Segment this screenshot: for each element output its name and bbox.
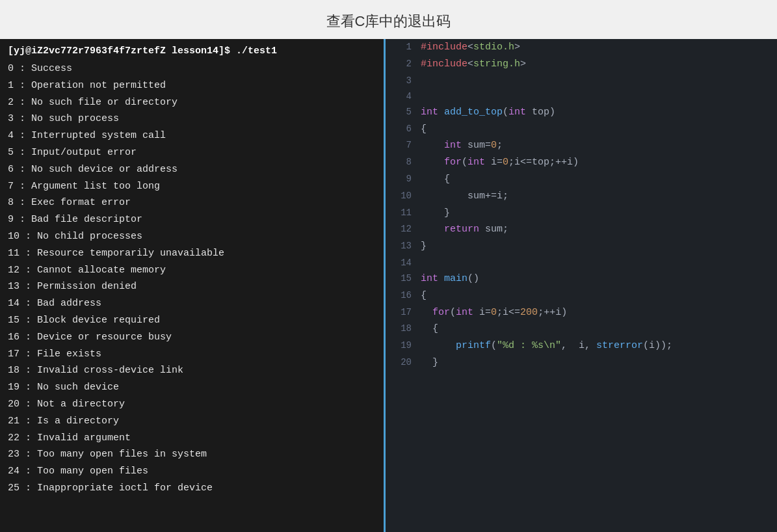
code-line: 6{: [386, 121, 777, 138]
terminal-line: 18 : Invalid cross-device link: [8, 362, 376, 379]
terminal-line: 4 : Interrupted system call: [8, 127, 376, 144]
line-number: 6: [391, 121, 412, 137]
line-number: 13: [391, 238, 412, 254]
line-number: 10: [391, 188, 412, 204]
line-number: 2: [391, 56, 412, 72]
code-content: }: [421, 205, 450, 222]
code-line: 13}: [386, 238, 777, 255]
code-line: 15int main(): [386, 271, 777, 287]
line-number: 8: [391, 154, 412, 170]
page-title: 查看C库中的退出码: [0, 0, 777, 39]
terminal-line: 19 : No such device: [8, 379, 376, 396]
line-number: 15: [391, 271, 412, 286]
terminal-line: 20 : Not a directory: [8, 396, 376, 413]
terminal-line: 22 : Invalid argument: [8, 430, 376, 447]
terminal-line: 17 : File exists: [8, 346, 376, 363]
terminal-line: 13 : Permission denied: [8, 278, 376, 295]
line-number: 9: [391, 171, 412, 187]
code-content: printf("%d : %s\n", i, strerror(i));: [421, 338, 672, 354]
terminal-line: 7 : Argument list too long: [8, 178, 376, 195]
code-line: 9 {: [386, 171, 777, 188]
code-content: for(int i=0;i<=200;++i): [421, 304, 567, 321]
terminal-line: 11 : Resource temporarily unavailable: [8, 245, 376, 262]
code-line: 7 int sum=0;: [386, 137, 777, 154]
code-line: 11 }: [386, 205, 777, 222]
code-content: {: [421, 121, 427, 138]
code-content: {: [421, 287, 427, 304]
line-number: 5: [391, 104, 412, 120]
line-number: 14: [391, 255, 412, 271]
line-number: 4: [391, 88, 412, 104]
code-content: return sum;: [421, 221, 508, 238]
terminal-output: 0 : Success1 : Operation not permitted2 …: [8, 60, 376, 497]
code-line: 18 {: [386, 321, 777, 338]
terminal-line: 14 : Bad address: [8, 295, 376, 312]
terminal-panel: [yj@iZ2vc772r7963f4f7zrtefZ lesson14]$ .…: [0, 39, 384, 532]
line-number: 3: [391, 73, 412, 88]
line-number: 17: [391, 304, 412, 320]
code-line: 16{: [386, 287, 777, 304]
code-content: int main(): [421, 271, 479, 287]
terminal-line: 24 : Too many open files: [8, 463, 376, 480]
code-line: 8 for(int i=0;i<=top;++i): [386, 154, 777, 171]
code-line: 1#include<stdio.h>: [386, 39, 777, 56]
terminal-line: 25 : Inappropriate ioctl for device: [8, 480, 376, 497]
terminal-line: 10 : No child processes: [8, 228, 376, 245]
terminal-line: 9 : Bad file descriptor: [8, 211, 376, 228]
code-line: 12 return sum;: [386, 221, 777, 238]
terminal-line: 21 : Is a directory: [8, 413, 376, 430]
terminal-line: 16 : Device or resource busy: [8, 329, 376, 346]
code-content: sum+=i;: [421, 188, 508, 205]
line-number: 1: [391, 39, 412, 55]
code-content: int add_to_top(int top): [421, 104, 555, 121]
line-number: 7: [391, 137, 412, 153]
code-content: }: [421, 238, 427, 255]
code-content: {: [421, 321, 438, 338]
terminal-line: 23 : Too many open files in system: [8, 446, 376, 463]
code-line: 20 }: [386, 354, 777, 371]
code-line: 5int add_to_top(int top): [386, 104, 777, 121]
line-number: 19: [391, 338, 412, 353]
code-line: 2#include<string.h>: [386, 56, 777, 73]
code-line: 19 printf("%d : %s\n", i, strerror(i));: [386, 338, 777, 354]
terminal-prompt: [yj@iZ2vc772r7963f4f7zrtefZ lesson14]$ .…: [8, 46, 376, 57]
code-content: {: [421, 171, 450, 188]
terminal-line: 15 : Block device required: [8, 312, 376, 329]
terminal-line: 6 : No such device or address: [8, 161, 376, 178]
code-line: 4: [386, 88, 777, 104]
line-number: 18: [391, 321, 412, 336]
code-line: 14: [386, 255, 777, 271]
terminal-line: 8 : Exec format error: [8, 194, 376, 211]
code-content: for(int i=0;i<=top;++i): [421, 154, 579, 171]
code-line: 17 for(int i=0;i<=200;++i): [386, 304, 777, 321]
terminal-line: 1 : Operation not permitted: [8, 77, 376, 94]
line-number: 16: [391, 287, 412, 303]
code-content: #include<string.h>: [421, 56, 526, 73]
code-line: 3: [386, 73, 777, 88]
terminal-line: 2 : No such file or directory: [8, 94, 376, 111]
terminal-line: 5 : Input/output error: [8, 144, 376, 161]
code-panel: 1#include<stdio.h>2#include<string.h>345…: [384, 39, 777, 532]
line-number: 12: [391, 221, 412, 237]
code-content: int sum=0;: [421, 137, 503, 154]
terminal-line: 0 : Success: [8, 60, 376, 77]
terminal-line: 12 : Cannot allocate memory: [8, 262, 376, 279]
code-content: }: [421, 354, 438, 371]
main-container: [yj@iZ2vc772r7963f4f7zrtefZ lesson14]$ .…: [0, 39, 777, 532]
terminal-line: 3 : No such process: [8, 111, 376, 127]
line-number: 20: [391, 354, 412, 370]
line-number: 11: [391, 205, 412, 220]
code-content: #include<stdio.h>: [421, 39, 520, 56]
code-line: 10 sum+=i;: [386, 188, 777, 205]
